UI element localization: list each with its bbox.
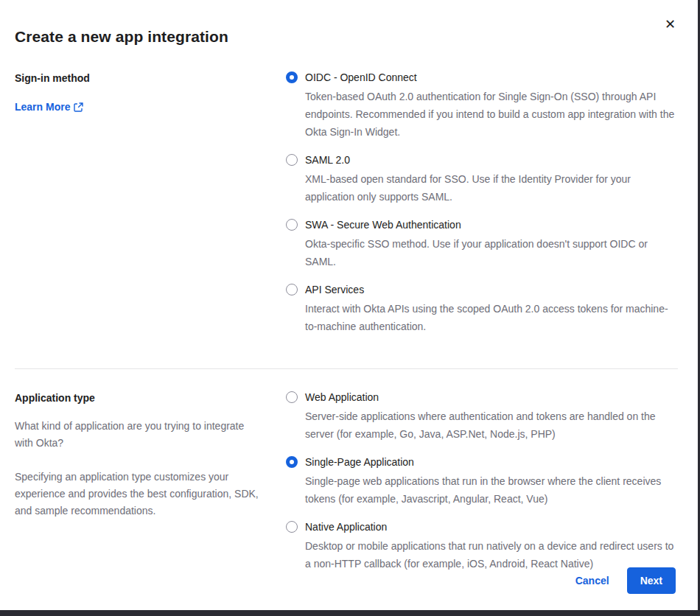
radio-option-description: Okta-specific SSO method. Use if your ap…	[305, 235, 676, 270]
radio-icon[interactable]	[286, 219, 298, 231]
next-button[interactable]: Next	[627, 567, 676, 594]
section-divider	[15, 368, 678, 369]
radio-option-saml[interactable]: SAML 2.0 XML-based open standard for SSO…	[286, 153, 676, 206]
close-icon: ✕	[665, 17, 676, 32]
radio-option-description: XML-based open standard for SSO. Use if …	[305, 170, 676, 206]
dialog-title: Create a new app integration	[15, 28, 676, 46]
option-text: API Services Interact with Okta APIs usi…	[305, 283, 676, 335]
learn-more-label: Learn More	[15, 101, 70, 113]
application-type-paragraph-2: Specifying an application type customize…	[15, 469, 273, 519]
radio-option-label: SWA - Secure Web Authentication	[305, 218, 676, 232]
application-type-left-column: Application type What kind of applicatio…	[15, 391, 273, 573]
radio-icon[interactable]	[286, 284, 298, 295]
radio-icon[interactable]	[286, 391, 298, 403]
radio-option-swa[interactable]: SWA - Secure Web Authentication Okta-spe…	[286, 218, 676, 270]
application-type-paragraph-1: What kind of application are you trying …	[15, 418, 273, 452]
radio-icon[interactable]	[286, 154, 298, 166]
radio-option-single-page-application[interactable]: Single-Page Application Single-page web …	[286, 455, 676, 508]
sign-in-method-options: OIDC - OpenID Connect Token-based OAuth …	[286, 71, 676, 335]
cancel-button[interactable]: Cancel	[575, 575, 609, 587]
sign-in-method-label: Sign-in method	[15, 71, 273, 85]
radio-option-web-application[interactable]: Web Application Server-side applications…	[286, 391, 676, 443]
radio-option-label: Single-Page Application	[305, 455, 676, 469]
radio-option-label: API Services	[305, 283, 676, 297]
radio-option-label: Web Application	[305, 391, 676, 405]
radio-option-description: Token-based OAuth 2.0 authentication for…	[305, 88, 676, 141]
create-app-integration-dialog: ✕ Create a new app integration Sign-in m…	[0, 0, 698, 610]
radio-option-native-application[interactable]: Native Application Desktop or mobile app…	[286, 520, 676, 573]
close-button[interactable]: ✕	[662, 15, 679, 34]
application-type-section: Application type What kind of applicatio…	[15, 391, 676, 573]
sign-in-method-left-column: Sign-in method Learn More	[15, 71, 273, 335]
option-text: Native Application Desktop or mobile app…	[305, 520, 676, 573]
option-text: SAML 2.0 XML-based open standard for SSO…	[305, 153, 676, 206]
option-text: OIDC - OpenID Connect Token-based OAuth …	[305, 71, 676, 141]
application-type-label: Application type	[15, 391, 273, 405]
dialog-footer: Cancel Next	[575, 567, 676, 594]
radio-option-label: OIDC - OpenID Connect	[305, 71, 676, 85]
learn-more-link[interactable]: Learn More	[15, 101, 83, 113]
radio-option-label: Native Application	[305, 520, 676, 534]
radio-option-description: Interact with Okta APIs using the scoped…	[305, 300, 676, 335]
radio-icon[interactable]	[286, 456, 298, 468]
option-text: Single-Page Application Single-page web …	[305, 455, 676, 508]
external-link-icon	[74, 102, 83, 112]
radio-icon[interactable]	[286, 71, 298, 83]
option-text: SWA - Secure Web Authentication Okta-spe…	[305, 218, 676, 270]
radio-icon[interactable]	[286, 521, 298, 533]
radio-option-label: SAML 2.0	[305, 153, 676, 167]
option-text: Web Application Server-side applications…	[305, 391, 676, 443]
sign-in-method-section: Sign-in method Learn More OIDC - OpenID …	[15, 71, 676, 335]
radio-option-description: Server-side applications where authentic…	[305, 407, 676, 443]
radio-option-oidc[interactable]: OIDC - OpenID Connect Token-based OAuth …	[286, 71, 676, 141]
radio-option-api-services[interactable]: API Services Interact with Okta APIs usi…	[286, 283, 676, 335]
radio-option-description: Single-page web applications that run in…	[305, 472, 676, 508]
application-type-options: Web Application Server-side applications…	[286, 391, 676, 573]
